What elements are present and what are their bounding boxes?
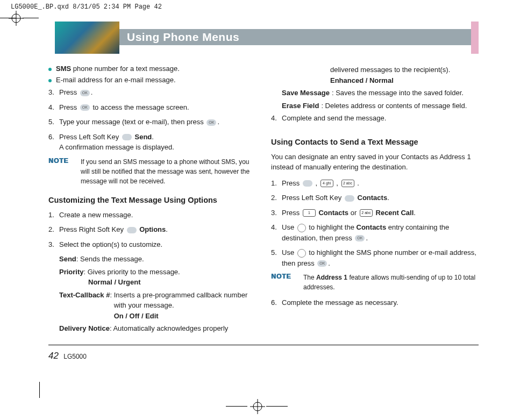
registration-icon [9, 11, 24, 26]
text: Use [282, 223, 296, 231]
list-item: SMS phone number for a text message. [48, 65, 256, 73]
text: A confirmation message is displayed. [59, 143, 174, 151]
text: to highlight the SMS phone number or e-m… [282, 248, 476, 267]
subheading: Customizing the Text Message Using Optio… [48, 196, 256, 204]
text: Press Left Soft Key [282, 194, 344, 202]
option-values: Normal / Urgent [88, 278, 141, 286]
text: . [217, 118, 219, 126]
text: to access the message screen. [91, 103, 189, 111]
text: Contacts [358, 194, 388, 202]
bullet-icon [48, 79, 52, 82]
text: The [303, 274, 316, 281]
registration-icon [250, 399, 265, 414]
text: Select the option(s) to customize. [59, 239, 256, 250]
text: Address 1 [316, 274, 347, 281]
text: . [414, 209, 416, 217]
step: 1. Create a new message. [48, 210, 256, 220]
step-number: 4. [271, 222, 282, 243]
option-term: Priority [59, 268, 84, 276]
step-number: 3. [48, 239, 59, 250]
option-item: Send: Sends the message. [59, 254, 256, 265]
section-header: Using Phone Menus [48, 22, 479, 55]
text: to highlight the [307, 223, 357, 231]
softkey-icon [127, 227, 137, 233]
intro-text: You can designate an entry saved in your… [271, 152, 479, 173]
note-block: NOTE The Address 1 feature allows multi-… [271, 273, 479, 292]
key-1-icon: 1 [303, 209, 316, 217]
option-desc: : Deletes address or contents of message… [321, 101, 479, 111]
option-term: Text-Callback # [59, 291, 110, 299]
step-number: 2. [271, 193, 282, 203]
text: Press Right Soft Key [59, 225, 126, 233]
step: 2. Press Right Soft Key Options. [48, 224, 256, 235]
softkey-icon [345, 195, 354, 202]
step: 4. Use to highlight the Contacts entry c… [271, 222, 479, 243]
step-number: 5. [48, 117, 59, 127]
softkey-icon [303, 180, 312, 187]
text: Send [135, 133, 152, 141]
key-2-icon: 2 abc [341, 180, 354, 187]
text: . [355, 179, 359, 187]
option-desc: Inserts a pre-programmed callback number… [114, 291, 248, 310]
text: delivered messages to the recipient(s). [330, 66, 450, 74]
slug-line: LG5000E_.BP.qxd 8/31/05 2:34 PM Page 42 [11, 3, 162, 11]
nav-key-icon [297, 249, 306, 258]
option-desc: : Gives priority to the message. [84, 268, 180, 276]
text: E-mail address for an e-mail message. [56, 76, 176, 84]
text: phone number for a text message. [71, 65, 180, 73]
subheading: Using Contacts to Send a Text Message [271, 138, 479, 146]
step: 3. Press 1 Contacts or 2 abc Recent Call… [271, 208, 479, 218]
text: . [152, 133, 154, 141]
text: Recent Call [376, 209, 414, 217]
step: 6. Complete the message as necessary. [271, 297, 479, 308]
text: Contacts [357, 223, 387, 231]
note-body: If you send an SMS message to a phone wi… [81, 157, 256, 186]
step-number: 1. [48, 210, 59, 220]
text: Use [282, 248, 296, 257]
continuation-text: delivered messages to the recipient(s). … [330, 65, 479, 86]
key-2-icon: 2 abc [360, 209, 373, 217]
step: 4. Press OK to access the message screen… [48, 102, 256, 113]
option-term: Send [59, 255, 76, 263]
text: Press [59, 88, 79, 96]
step-number: 6. [271, 297, 282, 308]
text: . [387, 194, 389, 202]
step: 2. Press Left Soft Key Contacts. [271, 193, 479, 203]
option-values: Enhanced / Normal [330, 76, 394, 84]
page-frame: Using Phone Menus SMS phone number for a… [48, 22, 479, 398]
crop-mark [23, 18, 39, 18]
list-item: E-mail address for an e-mail message. [48, 76, 256, 84]
text: Press [282, 209, 302, 217]
text: or [348, 209, 359, 217]
page-number: 42 [48, 351, 59, 361]
option-values: On / Off / Edit [114, 312, 159, 320]
crop-mark [266, 406, 288, 407]
nav-key-icon [297, 224, 306, 232]
step-number: 3. [48, 87, 59, 98]
step-number: 1. [271, 178, 282, 189]
step-number: 4. [48, 102, 59, 113]
step: 5. Use to highlight the SMS phone number… [271, 247, 479, 268]
text: Press Left Soft Key [59, 133, 121, 141]
text: Type your message (text or e-mail), then… [59, 118, 205, 126]
option-term: Delivery Notice [59, 324, 110, 332]
ok-key-icon: OK [80, 90, 90, 96]
text: . [328, 259, 330, 267]
text: . [366, 234, 368, 242]
key-4-icon: 4 ghi [320, 180, 333, 187]
option-item: Text-Callback #: Inserts a pre-programme… [59, 290, 256, 322]
softkey-icon [122, 134, 132, 140]
option-desc: : Sends the message. [76, 255, 144, 263]
ok-key-icon: OK [317, 260, 327, 267]
text: Press [282, 179, 302, 187]
step: 5. Type your message (text or e-mail), t… [48, 117, 256, 127]
model-name: LG5000 [63, 353, 87, 360]
text: , [334, 179, 340, 187]
page-footer: 42 LG5000 [48, 351, 479, 361]
option-item: Delivery Notice: Automatically acknowled… [59, 323, 256, 334]
text: Complete and send the message. [282, 113, 479, 124]
right-column: delivered messages to the recipient(s). … [271, 65, 479, 336]
left-column: SMS phone number for a text message. E-m… [48, 65, 256, 336]
thumb-tab [471, 22, 479, 54]
text: Contacts [318, 209, 348, 217]
